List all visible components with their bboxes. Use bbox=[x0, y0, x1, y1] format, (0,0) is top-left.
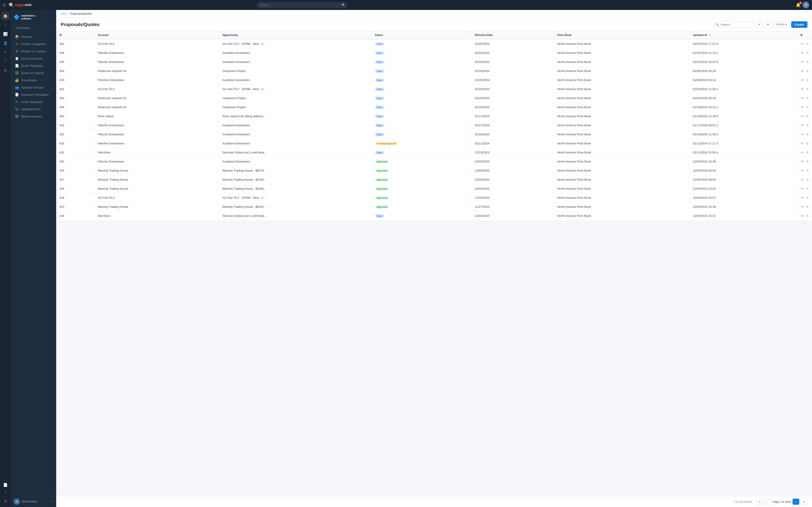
col-header-id[interactable]: ID bbox=[56, 31, 95, 39]
global-search-input[interactable] bbox=[257, 2, 348, 8]
col-header-account[interactable]: Account bbox=[95, 31, 219, 39]
row-copy-button[interactable]: ⧉ bbox=[806, 78, 809, 82]
cell-opportunity: Auckland Generators bbox=[219, 57, 371, 66]
sidebar-item-product-ui-layouts[interactable]: 🖥 Product UI Layouts bbox=[11, 48, 56, 55]
row-view-button[interactable]: 👁 bbox=[800, 150, 804, 155]
user-avatar[interactable]: JB bbox=[803, 2, 809, 8]
sidebar-item-products[interactable]: 📦 Products bbox=[11, 33, 56, 40]
cell-status: Open bbox=[371, 148, 471, 157]
row-view-button[interactable]: 👁 bbox=[800, 177, 804, 182]
view-selector[interactable]: Default ▾ bbox=[773, 21, 789, 27]
row-copy-button[interactable]: ⧉ bbox=[806, 177, 809, 182]
sidebar-back-button[interactable]: ‹ CPQ Setup bbox=[11, 25, 56, 32]
icon-bar-list[interactable]: ≡ bbox=[1, 48, 9, 56]
cell-price-book: North America Price Book bbox=[554, 139, 690, 148]
icon-bar-add[interactable]: ＋ bbox=[1, 21, 9, 29]
clear-search-button[interactable]: ✕ bbox=[756, 21, 763, 28]
row-copy-button[interactable]: ⧉ bbox=[806, 141, 809, 146]
row-view-button[interactable]: 👁 bbox=[800, 96, 804, 101]
icon-bar-blocks[interactable]: ⊞ bbox=[1, 66, 9, 74]
row-copy-button[interactable]: ⧉ bbox=[806, 214, 809, 218]
cell-effective-date: 01/25/2024 bbox=[471, 75, 554, 84]
col-header-settings[interactable]: ⚙ bbox=[797, 31, 812, 39]
row-view-button[interactable]: 👁 bbox=[800, 51, 804, 55]
row-copy-button[interactable]: ⧉ bbox=[806, 195, 809, 200]
row-view-button[interactable]: 👁 bbox=[800, 105, 804, 110]
icon-bar-settings[interactable]: ⚙ bbox=[1, 497, 9, 505]
pagination-first[interactable]: « bbox=[756, 499, 763, 505]
icon-bar-help[interactable]: ? bbox=[1, 489, 9, 497]
row-view-button[interactable]: 👁 bbox=[800, 69, 804, 73]
create-button[interactable]: Create bbox=[791, 21, 807, 28]
row-copy-button[interactable]: ⧉ bbox=[806, 87, 809, 92]
filter-button[interactable]: ▼ bbox=[764, 21, 772, 28]
sidebar-section-title: CPQ Setup bbox=[16, 26, 30, 30]
sidebar-item-approver-groups[interactable]: 👥 Approver Groups bbox=[11, 84, 56, 91]
row-copy-button[interactable]: ⧉ bbox=[806, 186, 809, 191]
icon-bar-activity[interactable]: 📊 bbox=[1, 30, 9, 38]
row-copy-button[interactable]: ⧉ bbox=[806, 96, 809, 101]
row-view-button[interactable]: 👁 bbox=[800, 159, 804, 164]
row-copy-button[interactable]: ⧉ bbox=[806, 105, 809, 110]
col-header-opportunity[interactable]: Opportunity bbox=[219, 31, 371, 39]
row-copy-button[interactable]: ⧉ bbox=[806, 51, 809, 55]
sidebar-item-uploaded-files[interactable]: 📎 Uploaded Files bbox=[11, 106, 56, 113]
hamburger-icon[interactable]: ☰ bbox=[3, 3, 6, 7]
cell-actions: 👁 ⧉ bbox=[797, 39, 812, 48]
row-view-button[interactable]: 👁 bbox=[800, 168, 804, 173]
row-view-button[interactable]: 👁 bbox=[800, 214, 804, 218]
row-copy-button[interactable]: ⧉ bbox=[806, 132, 809, 137]
sidebar-user-footer[interactable]: JB Jim Brennan ▾ bbox=[11, 496, 56, 507]
row-copy-button[interactable]: ⧉ bbox=[806, 60, 809, 64]
notification-button[interactable]: 🔔 7 bbox=[796, 2, 801, 7]
pagination-next[interactable]: › bbox=[793, 499, 799, 505]
row-copy-button[interactable]: ⧉ bbox=[806, 123, 809, 128]
cell-updated-at: 12/05/2023 14:39: bbox=[690, 157, 797, 166]
sidebar-label-approver-groups: Approver Groups bbox=[21, 86, 44, 89]
icon-bar-shield[interactable]: 🛡 bbox=[1, 57, 9, 65]
breadcrumb-cpq[interactable]: CPQ bbox=[61, 12, 67, 15]
icon-bar-contacts[interactable]: 👤 bbox=[1, 39, 9, 47]
sidebar-item-quote-ui-layouts[interactable]: 🖼 Quote UI Layouts bbox=[11, 69, 56, 76]
row-view-button[interactable]: 👁 bbox=[800, 141, 804, 146]
row-copy-button[interactable]: ⧉ bbox=[806, 69, 809, 73]
row-copy-button[interactable]: ⧉ bbox=[806, 168, 809, 173]
sidebar-item-document-templates[interactable]: 📑 Document Templates bbox=[11, 91, 56, 98]
row-view-button[interactable]: 👁 bbox=[800, 123, 804, 128]
pagination-last[interactable]: » bbox=[801, 499, 807, 505]
sidebar-item-price-books[interactable]: 💰 Price Books bbox=[11, 76, 56, 84]
row-view-button[interactable]: 👁 bbox=[800, 78, 804, 82]
icon-bar-home[interactable]: 🏠 bbox=[1, 12, 9, 20]
cell-actions: 👁 ⧉ bbox=[797, 157, 812, 166]
sidebar-item-email-templates[interactable]: ✉ Email Templates bbox=[11, 98, 56, 106]
row-view-button[interactable]: 👁 bbox=[800, 42, 804, 46]
row-copy-button[interactable]: ⧉ bbox=[806, 114, 809, 119]
col-header-status[interactable]: Status bbox=[371, 31, 471, 39]
row-view-button[interactable]: 👁 bbox=[800, 132, 804, 137]
cell-effective-date: 12/04/2023 bbox=[471, 211, 554, 220]
sidebar-item-media-inventory[interactable]: 🖼 Media Inventory bbox=[11, 113, 56, 120]
price-books-icon: 💰 bbox=[15, 78, 19, 82]
col-header-updated-at[interactable]: Updated At ▼ bbox=[690, 31, 797, 39]
cell-id: 426 bbox=[56, 184, 95, 193]
row-copy-button[interactable]: ⧉ bbox=[806, 42, 809, 46]
row-view-button[interactable]: 👁 bbox=[800, 60, 804, 64]
sidebar-item-quote-templates[interactable]: 📄 Quote Templates bbox=[11, 62, 56, 69]
col-header-effective-date[interactable]: Effective Date bbox=[471, 31, 554, 39]
row-view-button[interactable]: 👁 bbox=[800, 114, 804, 119]
table-search-input[interactable] bbox=[713, 21, 754, 28]
icon-bar-doc[interactable]: 📄 bbox=[1, 481, 9, 489]
row-copy-button[interactable]: ⧉ bbox=[806, 159, 809, 164]
row-view-button[interactable]: 👁 bbox=[800, 186, 804, 191]
row-view-button[interactable]: 👁 bbox=[800, 205, 804, 209]
cell-status: Open bbox=[371, 94, 471, 103]
pagination-prev[interactable]: ‹ bbox=[764, 499, 771, 505]
row-copy-button[interactable]: ⧉ bbox=[806, 205, 809, 209]
sidebar-item-product-categories[interactable]: 🗂 Product Categories bbox=[11, 40, 56, 48]
sidebar-item-quote-instances[interactable]: 📋 Quote Instances bbox=[11, 55, 56, 62]
row-view-button[interactable]: 👁 bbox=[800, 195, 804, 200]
col-header-price-book[interactable]: Price Book bbox=[554, 31, 690, 39]
row-copy-button[interactable]: ⧉ bbox=[806, 150, 809, 155]
table-row: 426 Waverly Trading House Waverly Tradin… bbox=[56, 184, 812, 193]
row-view-button[interactable]: 👁 bbox=[800, 87, 804, 92]
